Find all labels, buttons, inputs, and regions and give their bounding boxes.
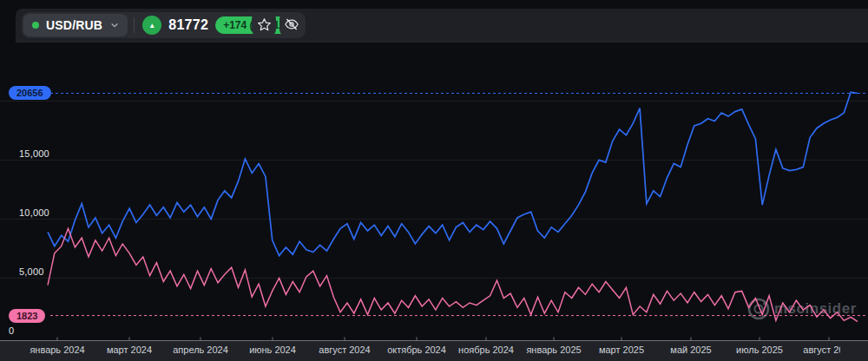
divider xyxy=(134,17,135,33)
star-icon xyxy=(257,17,272,32)
toolbar: USD/RUB ▲ 81772 +174 (+0.21%) xyxy=(16,9,868,43)
y-axis-label: 0 xyxy=(9,325,14,336)
x-axis-label: январь 2025 xyxy=(526,345,581,355)
level-badge-blue: 20656 xyxy=(9,86,51,100)
x-axis-label: март 2024 xyxy=(107,345,152,355)
y-axis-label: 15,000 xyxy=(19,148,49,159)
favorite-button[interactable] xyxy=(252,12,276,36)
chevron-down-icon xyxy=(110,21,119,30)
trading-chart-app: USD/RUB ▲ 81772 +174 (+0.21%) xyxy=(0,0,868,361)
x-axis-label: апрель 2024 xyxy=(173,345,228,355)
symbol-selector[interactable]: USD/RUB xyxy=(23,14,128,36)
status-dot-icon xyxy=(32,22,39,29)
series-blue xyxy=(48,92,858,255)
hide-button[interactable] xyxy=(279,12,304,36)
x-axis-labels: январь 2024март 2024апрель 2024июнь 2024… xyxy=(0,341,840,361)
x-axis-label: январь 2024 xyxy=(30,345,84,355)
symbol-label: USD/RUB xyxy=(46,18,102,32)
x-axis-label: август 2025 xyxy=(803,345,840,355)
x-axis-label: май 2025 xyxy=(670,345,711,355)
x-axis-label: март 2025 xyxy=(599,345,644,355)
x-axis: январь 2024март 2024апрель 2024июнь 2024… xyxy=(0,341,868,361)
y-axis-label: 5,000 xyxy=(19,266,44,277)
last-price: 81772 xyxy=(168,17,208,33)
x-axis-label: август 2024 xyxy=(319,345,370,355)
price-section: ▲ 81772 +174 (+0.21%) xyxy=(142,16,299,35)
level-badge-pink: 1823 xyxy=(9,309,45,323)
x-axis-label: октябрь 2024 xyxy=(387,345,446,355)
x-axis-label: июль 2025 xyxy=(736,345,783,355)
eye-off-icon xyxy=(284,16,299,32)
x-axis-label: ноябрь 2024 xyxy=(458,345,514,355)
x-axis-label: июнь 2024 xyxy=(249,345,296,355)
series-pink xyxy=(48,228,858,321)
chart-area[interactable] xyxy=(0,0,868,361)
trend-up-icon: ▲ xyxy=(142,16,161,35)
y-axis-label: 10,000 xyxy=(19,207,49,218)
